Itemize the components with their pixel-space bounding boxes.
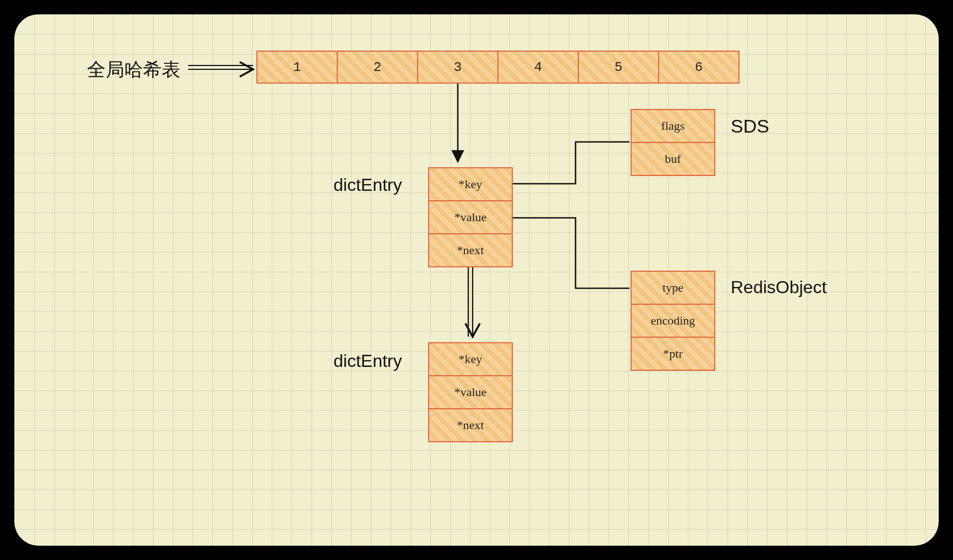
hash-bucket-5: 5 [578,51,659,84]
diagram-canvas: 全局哈希表 1 2 3 4 5 6 dictEntry *key *value … [14,14,939,546]
dict-entry-1-key: *key [428,167,513,201]
redis-object-struct: type encoding *ptr [631,271,715,371]
hash-bucket-2: 2 [337,51,418,84]
dict-entry-2-value: *value [428,375,513,409]
sds-struct: flags buf [631,109,715,176]
hash-table-label: 全局哈希表 [87,57,180,83]
dict-entry-2-next: *next [428,408,513,442]
sds-buf: buf [631,142,715,176]
redis-object-encoding: encoding [631,304,715,338]
dict-entry-1: *key *value *next [428,167,513,267]
hash-table-row: 1 2 3 4 5 6 [256,51,740,84]
dict-entry-2-key: *key [428,342,513,376]
redis-object-label: RedisObject [731,277,826,298]
hash-bucket-1: 1 [256,51,338,84]
sds-label: SDS [731,116,769,137]
redis-object-type: type [631,271,715,305]
sds-flags: flags [631,109,715,143]
dict-entry-1-label: dictEntry [333,175,402,195]
dict-entry-1-value: *value [428,200,513,234]
hash-bucket-3: 3 [417,51,499,84]
dict-entry-2-label: dictEntry [333,351,402,371]
dict-entry-1-next: *next [428,233,513,267]
redis-object-ptr: *ptr [631,337,715,371]
dict-entry-2: *key *value *next [428,342,513,442]
hash-bucket-6: 6 [658,51,740,84]
hash-bucket-4: 4 [497,51,579,84]
